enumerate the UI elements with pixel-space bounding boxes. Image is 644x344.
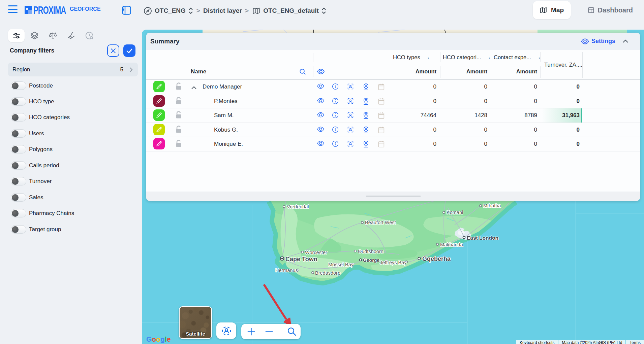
svg-text:Komani: Komani: [447, 210, 463, 215]
svg-text:Cape Town: Cape Town: [285, 256, 317, 263]
svg-text:Bredasdorp: Bredasdorp: [315, 270, 340, 276]
svg-text:Worcester: Worcester: [305, 250, 327, 255]
svg-text:Mthatha: Mthatha: [483, 203, 501, 208]
svg-text:Makhanda: Makhanda: [440, 242, 463, 247]
svg-text:East London: East London: [467, 235, 498, 241]
svg-text:George: George: [363, 257, 379, 263]
svg-text:Oudtshoorn: Oudtshoorn: [358, 249, 384, 254]
svg-text:Beaufort West: Beaufort West: [365, 220, 396, 225]
svg-text:Jeffreys Bay: Jeffreys Bay: [380, 260, 407, 265]
svg-text:Gqeberha: Gqeberha: [422, 255, 451, 262]
svg-text:Vredendal: Vredendal: [287, 204, 309, 209]
svg-text:Hermanus: Hermanus: [275, 268, 298, 273]
svg-text:Mossel Bay: Mossel Bay: [328, 262, 354, 267]
svg-text:Google: Google: [146, 335, 171, 343]
